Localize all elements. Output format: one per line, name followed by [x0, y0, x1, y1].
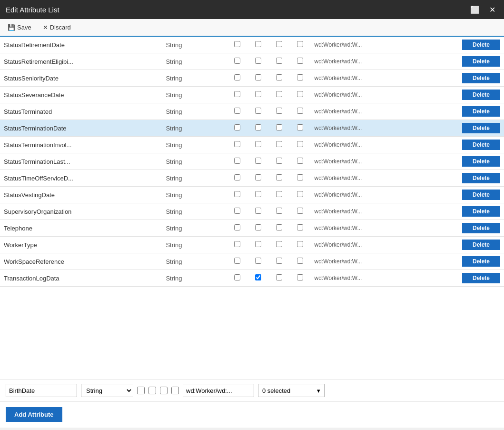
- delete-button[interactable]: Delete: [462, 206, 500, 217]
- row-check3[interactable]: [269, 170, 290, 187]
- row-check4[interactable]: [290, 70, 311, 87]
- row-check4[interactable]: [290, 87, 311, 103]
- row-check4[interactable]: [290, 170, 311, 187]
- row-check1[interactable]: [227, 137, 248, 153]
- row-check4[interactable]: [290, 253, 311, 270]
- new-check2[interactable]: [148, 387, 156, 394]
- check4-input[interactable]: [297, 224, 303, 230]
- row-check2[interactable]: [248, 53, 269, 70]
- check2-input[interactable]: [255, 208, 261, 214]
- row-check1[interactable]: [227, 220, 248, 237]
- check3-input[interactable]: [276, 124, 282, 130]
- check1-input[interactable]: [234, 174, 240, 180]
- row-check3[interactable]: [269, 237, 290, 253]
- delete-button[interactable]: Delete: [462, 223, 500, 233]
- row-check4[interactable]: [290, 120, 311, 137]
- check3-input[interactable]: [276, 191, 282, 197]
- row-check4[interactable]: [290, 237, 311, 253]
- row-check4[interactable]: [290, 103, 311, 120]
- check4-input[interactable]: [297, 91, 303, 97]
- delete-button[interactable]: Delete: [462, 140, 500, 150]
- check2-input[interactable]: [255, 274, 261, 280]
- check1-input[interactable]: [234, 91, 240, 97]
- check2-input[interactable]: [255, 241, 261, 247]
- check1-input[interactable]: [234, 74, 240, 80]
- row-check3[interactable]: [269, 203, 290, 220]
- check1-input[interactable]: [234, 141, 240, 147]
- check1-input[interactable]: [234, 274, 240, 280]
- check2-input[interactable]: [255, 74, 261, 80]
- row-check2[interactable]: [248, 187, 269, 203]
- row-check2[interactable]: [248, 70, 269, 87]
- row-check3[interactable]: [269, 137, 290, 153]
- delete-button[interactable]: Delete: [462, 123, 500, 133]
- new-path-input[interactable]: [183, 384, 254, 397]
- check3-input[interactable]: [276, 58, 282, 64]
- delete-button[interactable]: Delete: [462, 40, 500, 50]
- row-check1[interactable]: [227, 87, 248, 103]
- check4-input[interactable]: [297, 158, 303, 164]
- delete-button[interactable]: Delete: [462, 190, 500, 200]
- check3-input[interactable]: [276, 91, 282, 97]
- maximize-button[interactable]: ⬜: [467, 4, 483, 15]
- check4-input[interactable]: [297, 258, 303, 264]
- row-check3[interactable]: [269, 37, 290, 53]
- check2-input[interactable]: [255, 108, 261, 114]
- check3-input[interactable]: [276, 174, 282, 180]
- row-check3[interactable]: [269, 220, 290, 237]
- check3-input[interactable]: [276, 224, 282, 230]
- check2-input[interactable]: [255, 174, 261, 180]
- delete-button[interactable]: Delete: [462, 256, 500, 267]
- delete-button[interactable]: Delete: [462, 173, 500, 183]
- row-check1[interactable]: [227, 153, 248, 170]
- row-check4[interactable]: [290, 270, 311, 287]
- check1-input[interactable]: [234, 41, 240, 47]
- check2-input[interactable]: [255, 191, 261, 197]
- new-check4[interactable]: [171, 387, 179, 394]
- row-check3[interactable]: [269, 87, 290, 103]
- check4-input[interactable]: [297, 174, 303, 180]
- check1-input[interactable]: [234, 58, 240, 64]
- save-button[interactable]: 💾 Save: [6, 23, 33, 32]
- check2-input[interactable]: [255, 141, 261, 147]
- check1-input[interactable]: [234, 208, 240, 214]
- row-check3[interactable]: [269, 270, 290, 287]
- row-check3[interactable]: [269, 120, 290, 137]
- delete-button[interactable]: Delete: [462, 273, 500, 283]
- check4-input[interactable]: [297, 41, 303, 47]
- new-name-input[interactable]: [6, 384, 77, 397]
- row-check1[interactable]: [227, 53, 248, 70]
- check1-input[interactable]: [234, 124, 240, 130]
- row-check2[interactable]: [248, 237, 269, 253]
- row-check4[interactable]: [290, 153, 311, 170]
- check2-input[interactable]: [255, 158, 261, 164]
- check4-input[interactable]: [297, 241, 303, 247]
- row-check3[interactable]: [269, 187, 290, 203]
- selected-dropdown[interactable]: 0 selected ▾: [258, 384, 325, 397]
- check3-input[interactable]: [276, 74, 282, 80]
- delete-button[interactable]: Delete: [462, 73, 500, 83]
- row-check4[interactable]: [290, 37, 311, 53]
- add-attribute-button[interactable]: Add Attribute: [6, 407, 62, 422]
- check4-input[interactable]: [297, 191, 303, 197]
- row-check2[interactable]: [248, 137, 269, 153]
- row-check2[interactable]: [248, 87, 269, 103]
- row-check2[interactable]: [248, 270, 269, 287]
- row-check1[interactable]: [227, 170, 248, 187]
- close-button[interactable]: ✕: [486, 4, 498, 15]
- check4-input[interactable]: [297, 141, 303, 147]
- new-type-select[interactable]: StringIntegerBooleanDateFloat: [81, 384, 133, 397]
- check4-input[interactable]: [297, 74, 303, 80]
- delete-button[interactable]: Delete: [462, 240, 500, 250]
- check1-input[interactable]: [234, 241, 240, 247]
- check3-input[interactable]: [276, 208, 282, 214]
- check1-input[interactable]: [234, 108, 240, 114]
- row-check4[interactable]: [290, 187, 311, 203]
- row-check3[interactable]: [269, 103, 290, 120]
- row-check3[interactable]: [269, 153, 290, 170]
- row-check1[interactable]: [227, 103, 248, 120]
- row-check2[interactable]: [248, 170, 269, 187]
- row-check3[interactable]: [269, 253, 290, 270]
- row-check2[interactable]: [248, 153, 269, 170]
- check3-input[interactable]: [276, 158, 282, 164]
